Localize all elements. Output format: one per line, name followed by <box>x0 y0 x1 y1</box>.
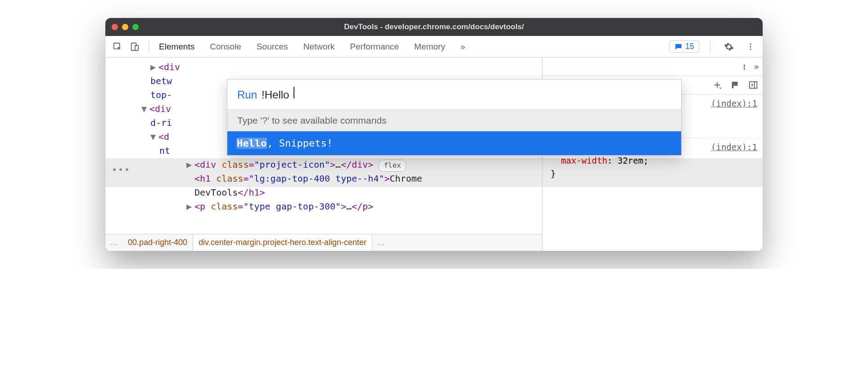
tab-performance[interactable]: Performance <box>350 42 399 52</box>
window-controls <box>112 24 139 30</box>
styles-subtabs: t » <box>542 58 763 76</box>
close-window-button[interactable] <box>112 24 118 30</box>
titlebar: DevTools - developer.chrome.com/docs/dev… <box>105 18 763 36</box>
svg-rect-6 <box>733 84 737 86</box>
styles-tab-fragment[interactable]: t <box>743 62 746 72</box>
tabs-overflow-button[interactable]: » <box>461 42 466 52</box>
dom-node[interactable]: ▶<p class="type gap-top-300">…</p> <box>105 200 542 214</box>
command-menu: Run !Hello Type '?' to see available com… <box>227 79 682 156</box>
tab-elements[interactable]: Elements <box>159 42 194 52</box>
minimize-window-button[interactable] <box>122 24 128 30</box>
gutter-ellipsis-icon[interactable]: ••• <box>112 164 131 175</box>
device-toggle-icon[interactable] <box>127 39 142 54</box>
devtools-window: DevTools - developer.chrome.com/docs/dev… <box>105 18 763 251</box>
breadcrumb-overflow-right[interactable]: … <box>372 237 389 249</box>
panel-tabs: Elements Console Sources Network Perform… <box>159 42 465 52</box>
tab-network[interactable]: Network <box>303 42 335 52</box>
tab-sources[interactable]: Sources <box>257 42 288 52</box>
svg-rect-7 <box>750 82 757 89</box>
dom-node[interactable]: <h1 class="lg:gap-top-400 type--h4">Chro… <box>105 172 542 186</box>
svg-point-3 <box>750 43 751 45</box>
separator <box>710 41 710 53</box>
new-style-rule-icon[interactable] <box>712 80 722 90</box>
dom-node[interactable]: ▶<div <box>105 60 542 74</box>
dom-text: DevTools</h1> <box>105 186 542 200</box>
inspect-element-icon[interactable] <box>110 39 125 54</box>
kebab-menu-icon[interactable] <box>743 39 758 54</box>
source-link[interactable]: (index):1 <box>711 97 757 110</box>
command-input-row[interactable]: Run !Hello <box>227 80 681 109</box>
messages-count: 15 <box>685 42 694 51</box>
flex-badge[interactable]: flex <box>379 160 406 172</box>
dom-node[interactable]: ▶<div class="project-icon">…</div> flex <box>105 158 542 172</box>
settings-icon[interactable] <box>721 39 737 54</box>
command-prefix-label: Run <box>237 89 257 101</box>
source-link[interactable]: (index):1 <box>711 141 757 154</box>
paint-flash-icon[interactable] <box>730 80 740 90</box>
separator <box>149 41 149 53</box>
main-toolbar: Elements Console Sources Network Perform… <box>105 36 763 58</box>
svg-point-4 <box>750 46 751 47</box>
messages-badge[interactable]: 15 <box>669 40 699 53</box>
breadcrumb: … 00.pad-right-400 div.center-margin.pro… <box>105 234 542 251</box>
window-title: DevTools - developer.chrome.com/docs/dev… <box>105 22 763 31</box>
command-input-text[interactable]: !Hello <box>262 89 289 101</box>
maximize-window-button[interactable] <box>132 24 139 30</box>
breadcrumb-item-active[interactable]: div.center-margin.project-hero.text-alig… <box>193 234 372 251</box>
styles-overflow-button[interactable]: » <box>754 62 759 71</box>
tab-memory[interactable]: Memory <box>414 42 445 52</box>
text-caret <box>294 87 294 98</box>
svg-rect-2 <box>135 45 138 50</box>
command-hint: Type '?' to see available commands <box>227 109 681 131</box>
svg-point-5 <box>750 49 751 50</box>
message-icon <box>674 43 683 51</box>
command-result-selected[interactable]: Hello, Snippets! <box>227 131 681 155</box>
breadcrumb-overflow-left[interactable]: … <box>105 237 122 249</box>
toggle-sidebar-icon[interactable] <box>748 80 758 90</box>
tab-console[interactable]: Console <box>210 42 241 52</box>
result-match-highlight: Hello <box>236 138 267 149</box>
result-rest: , Snippets! <box>267 138 333 149</box>
panel-body: ••• ▶<div betw top- ▼<div d-ri ▼<d nt ▶<… <box>105 58 763 251</box>
breadcrumb-item[interactable]: 00.pad-right-400 <box>122 237 193 249</box>
